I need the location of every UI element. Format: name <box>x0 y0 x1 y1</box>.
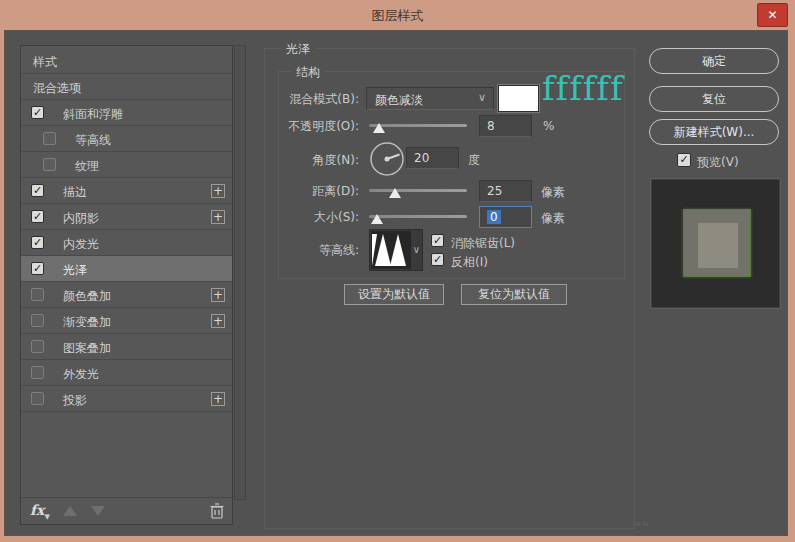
move-down-icon[interactable] <box>91 506 105 516</box>
add-instance-icon[interactable]: + <box>211 184 225 198</box>
satin-color-swatch[interactable] <box>498 85 539 112</box>
section-title: 光泽 <box>281 41 315 58</box>
invert-label: 反相(I) <box>451 254 488 271</box>
style-list: 样式 混合选项 ✓斜面和浮雕 等高线 纹理 ✓描边+ ✓内阴影+ ✓内发光 ✓光… <box>20 45 233 525</box>
checkbox-checked[interactable]: ✓ <box>31 262 44 275</box>
slider-track <box>369 189 467 192</box>
checkbox-checked[interactable]: ✓ <box>31 236 44 249</box>
sidebar-item-outer-glow[interactable]: 外发光 <box>21 360 232 386</box>
antialias-label: 消除锯齿(L) <box>451 235 515 252</box>
sidebar-item-drop-shadow[interactable]: 投影+ <box>21 386 232 412</box>
reset-default-button[interactable]: 复位为默认值 <box>461 284 567 305</box>
size-slider[interactable] <box>369 211 467 223</box>
chevron-down-icon: ∨ <box>413 244 420 255</box>
distance-slider[interactable] <box>369 185 467 197</box>
size-unit: 像素 <box>541 210 565 227</box>
checkbox-unchecked[interactable] <box>43 158 56 171</box>
sidebar-item-inner-shadow[interactable]: ✓内阴影+ <box>21 204 232 230</box>
opacity-input[interactable]: 8 <box>479 115 532 137</box>
add-instance-icon[interactable]: + <box>211 210 225 224</box>
sidebar-item-satin[interactable]: ✓光泽 <box>21 256 232 282</box>
chevron-down-icon: ∨ <box>478 91 486 104</box>
resize-grip-icon: ⠴⠦ <box>634 518 651 528</box>
opacity-unit: % <box>543 119 554 133</box>
close-icon[interactable]: ✕ <box>757 3 788 27</box>
sidebar-item-pattern-overlay[interactable]: 图案叠加 <box>21 334 232 360</box>
checkbox-unchecked[interactable] <box>43 132 56 145</box>
contour-picker[interactable]: ∨ <box>369 229 423 271</box>
add-instance-icon[interactable]: + <box>211 288 225 302</box>
hex-color-annotation: ffffff <box>542 71 624 105</box>
angle-label: 角度(N): <box>247 152 359 169</box>
sidebar-item-texture[interactable]: 纹理 <box>21 152 232 178</box>
sidebar-item-gradient-overlay[interactable]: 渐变叠加+ <box>21 308 232 334</box>
style-list-toolbar: fx▼ <box>21 497 232 524</box>
reset-button[interactable]: 复位 <box>649 86 779 112</box>
size-input[interactable]: 0 <box>479 206 532 228</box>
opacity-label: 不透明度(O): <box>247 118 359 135</box>
checkbox-unchecked[interactable] <box>31 366 44 379</box>
make-default-button[interactable]: 设置为默认值 <box>344 284 444 305</box>
opacity-slider[interactable] <box>369 120 467 132</box>
contour-thumbnail-icon <box>371 231 411 269</box>
checkbox-unchecked[interactable] <box>31 314 44 327</box>
slider-thumb[interactable] <box>371 214 383 224</box>
fx-menu-icon[interactable]: fx▼ <box>30 502 50 521</box>
checkbox-unchecked[interactable] <box>31 392 44 405</box>
angle-dial[interactable] <box>369 141 405 177</box>
style-preview-thumbnail <box>651 179 780 308</box>
sidebar-item-bevel-emboss[interactable]: ✓斜面和浮雕 <box>21 100 232 126</box>
add-instance-icon[interactable]: + <box>211 392 225 406</box>
antialias-checkbox[interactable]: ✓ <box>431 234 444 247</box>
sidebar-item-color-overlay[interactable]: 颜色叠加+ <box>21 282 232 308</box>
add-instance-icon[interactable]: + <box>211 314 225 328</box>
structure-group-title: 结构 <box>291 64 325 81</box>
move-up-icon[interactable] <box>63 506 77 516</box>
preview-shape-inner <box>698 223 738 268</box>
checkbox-unchecked[interactable] <box>31 340 44 353</box>
slider-track <box>369 215 467 218</box>
blend-mode-select[interactable]: 颜色减淡 ∨ <box>366 87 494 110</box>
slider-thumb[interactable] <box>389 188 401 198</box>
sidebar-item-stroke[interactable]: ✓描边+ <box>21 178 232 204</box>
checkbox-checked[interactable]: ✓ <box>31 184 44 197</box>
checkbox-checked[interactable]: ✓ <box>31 106 44 119</box>
preview-shape <box>683 209 751 277</box>
sidebar-item-contour[interactable]: 等高线 <box>21 126 232 152</box>
angle-input[interactable]: 20 <box>406 147 459 169</box>
invert-checkbox[interactable]: ✓ <box>431 253 444 266</box>
size-label: 大小(S): <box>247 209 359 226</box>
new-style-button[interactable]: 新建样式(W)... <box>649 119 779 145</box>
dialog-title: 图层样式 <box>0 7 795 25</box>
sidebar-scrollbar[interactable] <box>234 45 246 500</box>
titlebar[interactable]: 图层样式 ✕ <box>0 0 795 30</box>
layer-style-dialog: 图层样式 ✕ 样式 混合选项 ✓斜面和浮雕 等高线 纹理 ✓描边+ ✓内阴影+ … <box>0 0 795 542</box>
sidebar-item-blending-options[interactable]: 混合选项 <box>21 74 232 100</box>
blend-mode-label: 混合模式(B): <box>247 91 359 108</box>
ok-button[interactable]: 确定 <box>649 48 779 74</box>
contour-label: 等高线: <box>247 242 359 259</box>
distance-unit: 像素 <box>541 184 565 201</box>
checkbox-unchecked[interactable] <box>31 288 44 301</box>
slider-thumb[interactable] <box>373 123 385 133</box>
distance-label: 距离(D): <box>247 183 359 200</box>
preview-checkbox-label: 预览(V) <box>697 154 739 171</box>
preview-checkbox[interactable]: ✓ <box>677 153 691 167</box>
selected-text: 0 <box>487 210 501 224</box>
sidebar-item-inner-glow[interactable]: ✓内发光 <box>21 230 232 256</box>
dialog-body: 样式 混合选项 ✓斜面和浮雕 等高线 纹理 ✓描边+ ✓内阴影+ ✓内发光 ✓光… <box>4 30 788 536</box>
distance-input[interactable]: 25 <box>479 180 532 202</box>
angle-unit: 度 <box>468 152 480 169</box>
blend-mode-value: 颜色减淡 <box>375 92 423 109</box>
sidebar-item-styles[interactable]: 样式 <box>21 48 232 74</box>
delete-style-icon[interactable] <box>210 503 224 522</box>
fx-caret-icon: ▼ <box>44 512 49 521</box>
checkbox-checked[interactable]: ✓ <box>31 210 44 223</box>
